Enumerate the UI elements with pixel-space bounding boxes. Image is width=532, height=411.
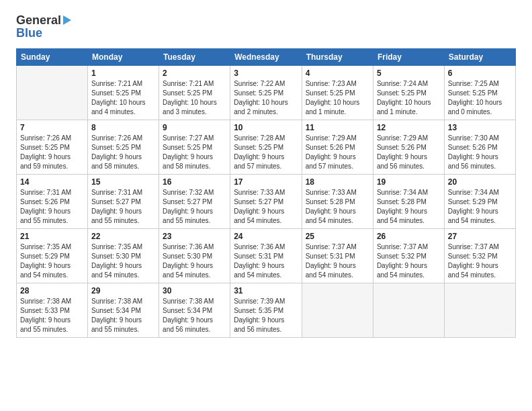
day-info-line: Daylight: 9 hours: [306, 207, 369, 216]
day-info-line: and 57 minutes.: [306, 162, 369, 171]
day-number: 10: [234, 123, 298, 132]
day-info-line: and 1 minute.: [377, 107, 441, 117]
day-info-line: Sunrise: 7:23 AM: [306, 79, 369, 89]
day-info-line: Sunrise: 7:38 AM: [91, 297, 155, 306]
day-number: 30: [163, 286, 226, 295]
day-info-line: Sunrise: 7:38 AM: [20, 297, 84, 306]
day-info-line: Daylight: 9 hours: [20, 316, 84, 325]
day-info-line: and 55 minutes.: [91, 325, 155, 334]
day-number: 26: [377, 232, 441, 241]
day-info-line: and 54 minutes.: [20, 271, 84, 280]
day-number: 13: [448, 123, 512, 132]
day-info-line: Sunrise: 7:28 AM: [234, 134, 298, 143]
day-of-week-header: Saturday: [444, 49, 515, 66]
day-number: 14: [20, 177, 84, 187]
day-info-line: Daylight: 10 hours: [306, 98, 369, 107]
day-info-line: and 54 minutes.: [306, 271, 369, 280]
day-info-line: Sunrise: 7:36 AM: [234, 242, 298, 252]
calendar-cell: 8Sunrise: 7:26 AMSunset: 5:25 PMDaylight…: [88, 120, 159, 175]
day-info-line: Sunrise: 7:35 AM: [20, 242, 84, 252]
day-info-line: Sunset: 5:25 PM: [306, 89, 369, 98]
day-info-line: and 59 minutes.: [20, 162, 84, 171]
day-info-line: Sunset: 5:26 PM: [377, 143, 441, 152]
day-info-line: Sunset: 5:27 PM: [234, 197, 298, 207]
day-info-line: Daylight: 9 hours: [163, 152, 226, 162]
calendar-cell: 19Sunrise: 7:34 AMSunset: 5:28 PMDayligh…: [373, 175, 444, 229]
day-of-week-header: Friday: [373, 49, 444, 66]
day-info-line: Sunrise: 7:21 AM: [163, 79, 226, 89]
day-info-line: Sunrise: 7:24 AM: [377, 79, 441, 89]
day-info-line: Sunset: 5:30 PM: [163, 252, 226, 261]
calendar-cell: 20Sunrise: 7:34 AMSunset: 5:29 PMDayligh…: [444, 175, 515, 229]
logo-arrow-icon: [63, 15, 71, 25]
day-info-line: Daylight: 9 hours: [448, 207, 512, 216]
day-info-line: Sunrise: 7:33 AM: [306, 188, 369, 197]
day-info-line: and 54 minutes.: [306, 216, 369, 226]
calendar-cell: [302, 283, 373, 338]
day-info-line: and 54 minutes.: [234, 216, 298, 226]
day-info-line: Sunrise: 7:39 AM: [234, 297, 298, 306]
calendar-cell: [444, 283, 515, 338]
day-info-line: and 56 minutes.: [377, 162, 441, 171]
day-info-line: and 4 minutes.: [91, 107, 155, 117]
day-info-line: Sunset: 5:31 PM: [306, 252, 369, 261]
day-info-line: Daylight: 9 hours: [306, 152, 369, 162]
day-number: 18: [306, 177, 369, 187]
calendar-cell: 27Sunrise: 7:37 AMSunset: 5:32 PMDayligh…: [444, 229, 515, 283]
day-info-line: and 54 minutes.: [377, 271, 441, 280]
day-info-line: Sunset: 5:34 PM: [163, 306, 226, 316]
day-info-line: Daylight: 9 hours: [448, 261, 512, 271]
day-of-week-header: Monday: [88, 49, 159, 66]
day-info-line: Sunset: 5:33 PM: [20, 306, 84, 316]
day-info-line: and 0 minutes.: [448, 107, 512, 117]
day-of-week-header: Sunday: [17, 49, 88, 66]
day-info-line: Daylight: 10 hours: [234, 98, 298, 107]
day-info-line: Sunrise: 7:37 AM: [448, 242, 512, 252]
calendar-cell: 18Sunrise: 7:33 AMSunset: 5:28 PMDayligh…: [302, 175, 373, 229]
day-info-line: Sunset: 5:31 PM: [234, 252, 298, 261]
day-info-line: Daylight: 9 hours: [91, 152, 155, 162]
day-info-line: Daylight: 9 hours: [448, 152, 512, 162]
calendar-cell: 25Sunrise: 7:37 AMSunset: 5:31 PMDayligh…: [302, 229, 373, 283]
day-info-line: Daylight: 9 hours: [20, 152, 84, 162]
day-info-line: and 55 minutes.: [91, 216, 155, 226]
day-number: 5: [377, 68, 441, 78]
calendar-cell: 6Sunrise: 7:25 AMSunset: 5:25 PMDaylight…: [444, 66, 515, 120]
day-number: 15: [91, 177, 155, 187]
day-info-line: and 54 minutes.: [448, 271, 512, 280]
day-info-line: Daylight: 9 hours: [377, 261, 441, 271]
calendar-cell: 29Sunrise: 7:38 AMSunset: 5:34 PMDayligh…: [88, 283, 159, 338]
day-info-line: Sunset: 5:29 PM: [448, 197, 512, 207]
day-info-line: Sunset: 5:34 PM: [91, 306, 155, 316]
day-info-line: and 55 minutes.: [20, 325, 84, 334]
day-number: 20: [448, 177, 512, 187]
day-number: 21: [20, 232, 84, 241]
day-of-week-header: Tuesday: [159, 49, 230, 66]
day-info-line: Sunrise: 7:29 AM: [377, 134, 441, 143]
logo-blue: Blue: [16, 26, 42, 40]
day-info-line: Daylight: 9 hours: [306, 261, 369, 271]
day-number: 11: [306, 123, 369, 132]
day-info-line: Sunset: 5:26 PM: [20, 197, 84, 207]
calendar-cell: 23Sunrise: 7:36 AMSunset: 5:30 PMDayligh…: [159, 229, 230, 283]
day-info-line: Daylight: 9 hours: [234, 207, 298, 216]
day-number: 28: [20, 286, 84, 295]
day-info-line: Sunrise: 7:37 AM: [377, 242, 441, 252]
day-info-line: Daylight: 9 hours: [163, 207, 226, 216]
day-info-line: and 1 minute.: [306, 107, 369, 117]
calendar-cell: 12Sunrise: 7:29 AMSunset: 5:26 PMDayligh…: [373, 120, 444, 175]
day-info-line: and 55 minutes.: [20, 216, 84, 226]
day-info-line: and 56 minutes.: [448, 162, 512, 171]
day-info-line: and 54 minutes.: [234, 271, 298, 280]
day-info-line: Sunset: 5:26 PM: [306, 143, 369, 152]
day-info-line: Daylight: 9 hours: [163, 261, 226, 271]
calendar-cell: 24Sunrise: 7:36 AMSunset: 5:31 PMDayligh…: [230, 229, 302, 283]
day-info-line: Daylight: 9 hours: [163, 316, 226, 325]
day-info-line: Sunrise: 7:29 AM: [306, 134, 369, 143]
day-info-line: Sunrise: 7:26 AM: [91, 134, 155, 143]
calendar-cell: 14Sunrise: 7:31 AMSunset: 5:26 PMDayligh…: [17, 175, 88, 229]
calendar-cell: 4Sunrise: 7:23 AMSunset: 5:25 PMDaylight…: [302, 66, 373, 120]
day-number: 23: [163, 232, 226, 241]
logo-general: General: [16, 13, 61, 28]
calendar-cell: 7Sunrise: 7:26 AMSunset: 5:25 PMDaylight…: [17, 120, 88, 175]
